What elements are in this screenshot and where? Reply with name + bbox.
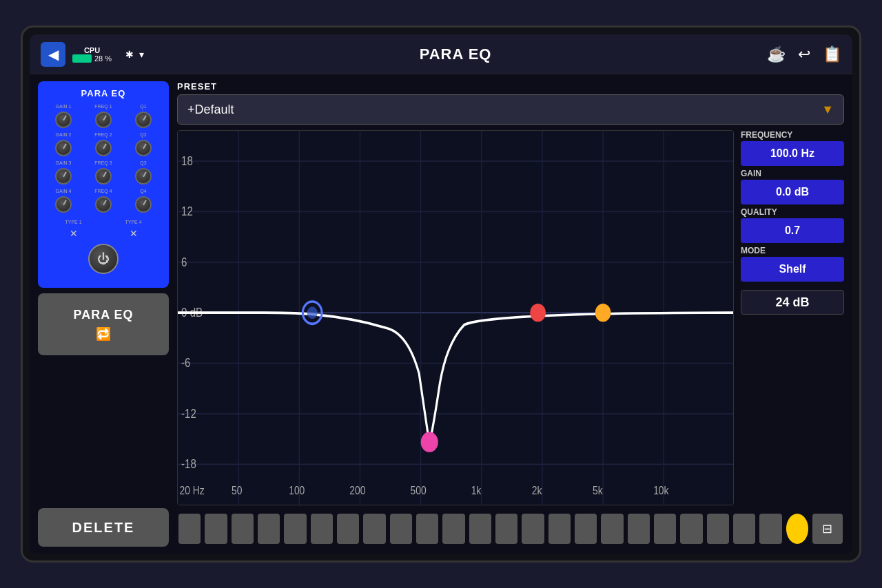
mode-value: Shelf [779,263,806,275]
repeat-icon: 🔁 [96,326,111,342]
gain3-knob[interactable] [54,167,73,186]
main-content: PARA EQ GAIN 1 FREQ 1 Q1 GAIN 2 FREQ 2 Q… [30,74,852,554]
preset-label: PRESET [177,81,844,92]
undo-icon[interactable]: ↩ [798,45,810,63]
pad-11[interactable] [442,514,464,544]
q4-knob[interactable] [134,195,153,214]
mode-value-box[interactable]: Shelf [741,257,844,282]
eq-graph[interactable]: 18 12 6 0 dB -6 -12 -18 20 Hz 50 100 200 [177,130,734,505]
bluetooth-icon: ✱ [125,49,134,60]
save-icon[interactable]: ☕ [767,45,786,63]
mode-label: MODE [741,246,844,255]
quality-value-box[interactable]: 0.7 [741,218,844,243]
q2-knob[interactable] [134,138,153,158]
top-right-icons: ☕ ↩ 📋 [767,45,841,63]
preset-value: +Default [187,103,234,117]
quality-group: QUALITY 0.7 [741,207,844,243]
page-title: PARA EQ [144,45,767,63]
pad-21[interactable] [707,514,729,544]
eq-params-row: 18 12 6 0 dB -6 -12 -18 20 Hz 50 100 200 [177,130,844,505]
delete-label: DELETE [72,520,135,536]
pad-18[interactable] [628,514,650,544]
freq1-knob[interactable] [94,110,113,129]
delete-button[interactable]: DELETE [38,508,169,547]
db-box[interactable]: 24 dB [741,290,844,315]
type1-selector[interactable]: ✕ [66,226,81,241]
q3-knob[interactable] [134,167,153,186]
device-frame: ◀ CPU 28 % ✱ ▾ PARA EQ ☕ ↩ 📋 [21,25,861,563]
frequency-value-box[interactable]: 100.0 Hz [741,141,844,166]
svg-text:200: 200 [349,484,365,496]
gain-group: GAIN 0.0 dB [741,169,844,204]
cpu-section: CPU 28 % [72,46,112,63]
svg-point-35 [530,304,546,322]
pad-9[interactable] [390,514,412,544]
pad-1[interactable] [178,514,201,544]
frequency-value: 100.0 Hz [770,147,814,160]
pad-15[interactable] [548,514,571,544]
power-btn-area: ⏻ [88,244,119,274]
svg-text:-18: -18 [181,457,196,470]
freq2-knob[interactable] [94,138,113,158]
plugin-thumb-title: PARA EQ [81,88,126,98]
gain-value-box[interactable]: 0.0 dB [741,180,844,204]
q1-knob[interactable] [134,110,153,129]
plugin-name-text: PARA EQ [73,308,133,322]
svg-text:50: 50 [232,484,242,496]
pad-16[interactable] [575,514,597,544]
back-button[interactable]: ◀ [41,42,65,67]
pad-19[interactable] [654,514,676,544]
gain-label: GAIN [741,169,844,178]
type4-selector[interactable]: ✕ [126,226,141,241]
svg-rect-0 [178,131,733,505]
svg-text:10k: 10k [653,484,669,496]
top-bar: ◀ CPU 28 % ✱ ▾ PARA EQ ☕ ↩ 📋 [30,34,852,74]
freq4-knob[interactable] [94,195,113,214]
mode-group: MODE Shelf [741,246,844,282]
pad-6[interactable] [311,514,333,544]
svg-text:100: 100 [289,484,305,496]
fx-icon[interactable]: 📋 [823,45,841,63]
preset-dropdown[interactable]: +Default ▼ [177,94,844,125]
gain2-knob[interactable] [54,138,73,158]
plugin-name-card[interactable]: PARA EQ 🔁 [38,293,169,355]
mixer-button[interactable]: ⊟ [812,514,843,544]
gain4-knob[interactable] [54,195,73,214]
screen: ◀ CPU 28 % ✱ ▾ PARA EQ ☕ ↩ 📋 [30,34,852,554]
status-icons: ✱ ▾ [125,49,144,60]
pad-13[interactable] [495,514,517,544]
wifi-icon: ▾ [139,49,144,60]
pad-3[interactable] [232,514,254,544]
pad-10[interactable] [416,514,438,544]
pad-4[interactable] [258,514,280,544]
freq3-knob[interactable] [94,167,113,186]
pad-14[interactable] [522,514,544,544]
cpu-percent: 28 % [94,54,112,63]
svg-text:2k: 2k [532,484,542,496]
pad-17[interactable] [601,514,623,544]
dropdown-arrow-icon: ▼ [821,103,834,117]
pad-20[interactable] [680,514,702,544]
svg-text:20 Hz: 20 Hz [180,484,205,496]
pad-2[interactable] [205,514,227,544]
back-icon: ◀ [48,46,59,63]
power-button[interactable]: ⏻ [88,244,119,274]
quality-label: QUALITY [741,207,844,217]
pad-12[interactable] [469,514,491,544]
type-row: TYPE 1 ✕ TYPE 4 ✕ [43,220,163,241]
mixer-icon: ⊟ [822,521,832,536]
svg-text:1k: 1k [471,484,482,496]
left-panel: PARA EQ GAIN 1 FREQ 1 Q1 GAIN 2 FREQ 2 Q… [38,81,169,547]
cpu-bar-container: 28 % [72,54,112,63]
pad-8[interactable] [363,514,385,544]
pad-5[interactable] [284,514,306,544]
pad-23[interactable] [759,514,781,544]
right-params: FREQUENCY 100.0 Hz GAIN 0.0 dB [741,130,844,505]
pad-24-active[interactable] [786,514,808,544]
eq-svg: 18 12 6 0 dB -6 -12 -18 20 Hz 50 100 200 [178,131,733,505]
bottom-strip: ⊟ [177,511,844,547]
gain1-knob[interactable] [54,110,73,129]
pad-7[interactable] [337,514,359,544]
preset-bar: PRESET +Default ▼ [177,81,844,125]
pad-22[interactable] [733,514,755,544]
